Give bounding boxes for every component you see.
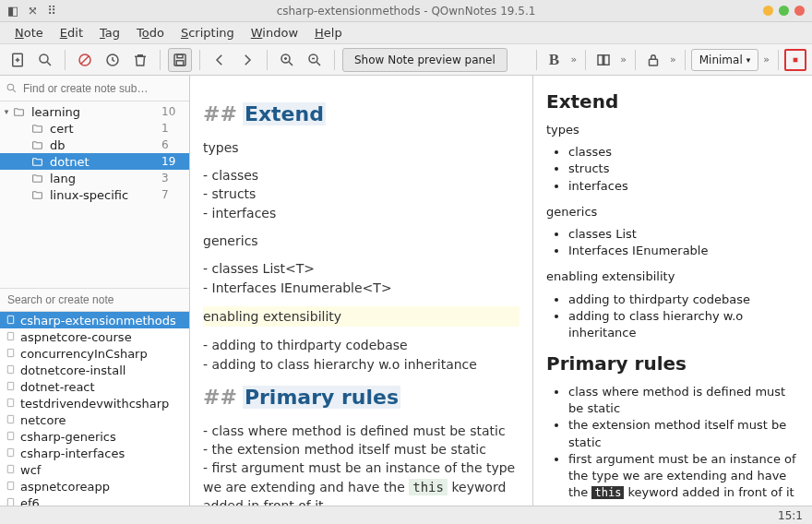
note-icon [6,363,17,377]
folder-icon [31,189,46,201]
editor-pane[interactable]: ##Extend types - classes- structs- inter… [190,76,533,506]
note-item[interactable]: aspnetcore-course [0,328,189,345]
svg-rect-10 [604,54,609,65]
menu-todo[interactable]: Todo [129,24,172,42]
trash-icon[interactable] [128,48,152,72]
more-panel-icon[interactable]: » [617,54,629,66]
search-icon [6,82,18,94]
note-search-input[interactable] [7,293,182,306]
lock-icon[interactable] [641,48,665,72]
svg-rect-21 [7,432,13,439]
svg-rect-24 [7,482,13,489]
folder-cert[interactable]: cert1 [0,120,189,137]
zoom-out-icon[interactable] [303,48,327,72]
zoom-in-icon[interactable] [275,48,299,72]
svg-rect-15 [7,332,13,339]
folder-dotnet[interactable]: dotnet19 [0,153,189,170]
nav-forward-icon[interactable] [235,48,259,72]
note-item[interactable]: ef6 [0,494,189,506]
window-menu-icon[interactable]: ◧ [7,4,18,18]
menu-tag[interactable]: Tag [92,24,127,42]
folder-icon [31,173,46,185]
preview-heading: Primary rules [546,351,799,376]
note-icon [6,330,17,344]
svg-rect-23 [7,465,13,472]
note-icon [6,480,17,494]
menu-help[interactable]: Help [307,24,350,42]
folder-linux-specific[interactable]: linux-specific7 [0,186,189,203]
note-item[interactable]: dotnetcore-install [0,362,189,378]
note-list: csharp-extensionmethodsaspnetcore-course… [0,312,189,506]
note-icon [6,397,17,411]
note-icon [6,447,17,460]
menu-edit[interactable]: Edit [53,24,90,42]
save-icon[interactable] [168,48,192,72]
folder-icon [31,156,46,168]
distraction-free-icon[interactable] [784,49,806,71]
menubar: Note Edit Tag Todo Scripting Window Help [0,22,812,44]
main-area: ▾learning10cert1db6dotnet19lang3linux-sp… [0,76,812,506]
svg-rect-12 [794,57,798,62]
note-item[interactable]: wcf [0,461,189,478]
note-icon [6,380,17,394]
folder-search-input[interactable] [23,82,184,95]
show-preview-button[interactable]: Show Note preview panel [342,48,508,72]
svg-rect-9 [598,54,603,65]
folder-tree: ▾learning10cert1db6dotnet19lang3linux-sp… [0,101,189,205]
statusbar: 15:1 [0,506,812,524]
sidebar: ▾learning10cert1db6dotnet19lang3linux-sp… [0,76,190,506]
note-item[interactable]: netcore [0,411,189,428]
nav-back-icon[interactable] [208,48,232,72]
note-icon [6,413,17,427]
close-button[interactable] [794,6,805,16]
folder-learning[interactable]: ▾learning10 [0,103,189,120]
note-item[interactable]: csharp-generics [0,428,189,445]
preview-pane: Extend types classesstructsinterfaces ge… [533,76,812,506]
note-item[interactable]: dotnet-react [0,378,189,395]
menu-note[interactable]: Note [7,24,51,42]
note-item[interactable]: concurrencyInCsharp [0,345,189,362]
svg-rect-16 [7,349,13,356]
note-icon [6,314,17,328]
preview-heading: Extend [546,89,799,114]
svg-rect-22 [7,448,13,456]
svg-rect-17 [7,365,13,373]
folder-search[interactable] [0,76,189,101]
note-icon [6,347,17,361]
svg-rect-14 [7,316,13,323]
forbidden-icon[interactable] [73,48,97,72]
svg-rect-11 [649,59,657,66]
svg-rect-18 [7,382,13,389]
svg-rect-5 [177,54,183,58]
note-icon [6,496,17,506]
search-icon[interactable] [33,48,57,72]
svg-point-1 [40,54,48,63]
bold-icon[interactable]: B [543,48,567,72]
note-item[interactable]: csharp-extensionmethods [0,312,189,328]
folder-db[interactable]: db6 [0,137,189,153]
note-icon [6,463,17,477]
note-item[interactable]: aspnetcoreapp [0,478,189,494]
history-icon[interactable] [101,48,125,72]
new-note-icon[interactable] [6,48,30,72]
svg-rect-25 [7,498,13,506]
menu-window[interactable]: Window [244,24,305,42]
cursor-position: 15:1 [778,509,803,522]
workspace-dropdown[interactable]: Minimal▾ [691,49,759,71]
svg-rect-19 [7,399,13,406]
maximize-button[interactable] [779,6,789,16]
note-item[interactable]: testdrivendevwithcsharp [0,395,189,411]
menu-scripting[interactable]: Scripting [173,24,242,42]
more-icon[interactable]: ⠿ [47,4,56,18]
more-lock-icon[interactable]: » [667,54,679,66]
more-format-icon[interactable]: » [568,54,580,66]
more-workspace-icon[interactable]: » [760,54,772,66]
panel-toggle-icon[interactable] [591,48,615,72]
note-item[interactable]: csharp-interfaces [0,445,189,461]
folder-lang[interactable]: lang3 [0,170,189,186]
svg-rect-20 [7,415,13,423]
svg-point-13 [7,84,14,90]
minimize-button[interactable] [763,6,773,16]
note-search[interactable] [0,288,189,312]
pin-icon[interactable]: ⤧ [28,4,38,18]
